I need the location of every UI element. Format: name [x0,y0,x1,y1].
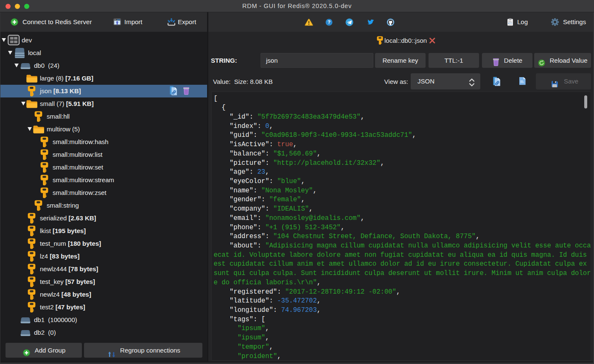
svg-text:?: ? [328,19,331,25]
